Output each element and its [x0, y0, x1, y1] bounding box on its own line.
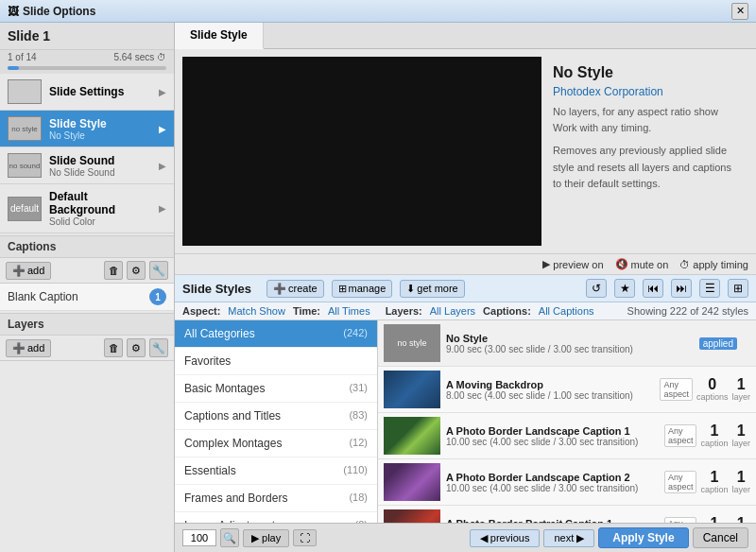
layers-filter-value[interactable]: All Layers [430, 305, 475, 317]
moving-backdrop-timing: 8.00 sec (4.00 sec slide / 1.00 sec tran… [446, 390, 654, 401]
add-layer-button[interactable]: ➕ add [6, 339, 51, 357]
category-essentials[interactable]: Essentials (110) [175, 457, 377, 485]
main-container: Slide 1 1 of 14 5.64 secs ⏱ Slide Settin… [0, 23, 756, 552]
border-landscape-2-name: A Photo Border Landscape Caption 2 [446, 472, 659, 483]
slide-timing: 5.64 secs ⏱ [113, 52, 166, 62]
category-image-adjustments[interactable]: Image Adjustments (2) [175, 512, 377, 523]
slide-sound-icon: no sound [8, 153, 42, 178]
progress-track [8, 66, 166, 70]
app-icon: 🖼 [8, 5, 19, 18]
style-item-moving-backdrop[interactable]: A Moving Backdrop 8.00 sec (4.00 sec sli… [378, 367, 756, 413]
previous-button[interactable]: ◀ previous [470, 529, 541, 547]
create-button[interactable]: ➕ create [266, 280, 324, 298]
title-bar: 🖼 Slide Options ✕ [0, 0, 756, 23]
blank-caption-label: Blank Caption [8, 290, 78, 303]
progress-bar-area [0, 64, 174, 74]
any-aspect-badge-3: Anyaspect [664, 471, 697, 493]
refresh-icon[interactable]: ↺ [586, 279, 607, 298]
slide-sound-text: Slide Sound No Slide Sound [49, 154, 151, 178]
captions-section-header: Captions [0, 235, 174, 258]
default-bg-text: Default Background Solid Color [49, 190, 151, 227]
layer-tools-button[interactable]: 🔧 [149, 338, 168, 357]
no-style-timing: 9.00 sec (3.00 sec slide / 3.00 sec tran… [446, 344, 694, 354]
close-button[interactable]: ✕ [731, 3, 748, 20]
slide-header: Slide 1 [0, 23, 174, 50]
caption-settings-button[interactable]: ⚙ [127, 261, 146, 280]
border-landscape-2-timing: 10.00 sec (4.00 sec slide / 3.00 sec tra… [446, 483, 659, 493]
caption-count-badge: 1 [149, 288, 166, 305]
captions-filter-value[interactable]: All Captions [539, 305, 594, 317]
styles-panel: Slide Styles ➕ create ⊞ manage ⬇ get mor… [175, 275, 756, 523]
layer-settings-button[interactable]: ⚙ [127, 338, 146, 357]
no-style-info: No Style 9.00 sec (3.00 sec slide / 3.00… [446, 333, 694, 354]
layers-section-header: Layers [0, 313, 174, 336]
preview-on-button[interactable]: ▶ preview on [542, 258, 603, 270]
category-all[interactable]: All Categories (242) [175, 320, 377, 348]
category-frames-borders[interactable]: Frames and Borders (18) [175, 485, 377, 512]
style-item-border-landscape-1[interactable]: A Photo Border Landscape Caption 1 10.00… [378, 413, 756, 459]
zoom-search-icon[interactable]: 🔍 [220, 528, 239, 547]
caption-delete-button[interactable]: 🗑 [104, 261, 123, 280]
apply-timing-button[interactable]: ⏱ apply timing [679, 259, 748, 270]
applied-badge: applied [699, 337, 737, 350]
right-panel: Slide Style No Style Photodex Corporatio… [175, 23, 756, 552]
play-button[interactable]: ▶ play [243, 529, 289, 547]
preview-area: No Style Photodex Corporation No layers,… [175, 49, 756, 254]
default-bg-icon: default [8, 197, 42, 221]
slide-count: 1 of 14 [8, 52, 37, 62]
preview-company: Photodex Corporation [553, 85, 737, 98]
grid-view-icon[interactable]: ⊞ [728, 279, 748, 298]
style-item-border-landscape-2[interactable]: A Photo Border Landscape Caption 2 10.00… [378, 459, 756, 506]
moving-backdrop-thumb [384, 371, 440, 408]
bottom-left: 🔍 ▶ play ⛶ [182, 528, 317, 547]
aspect-value[interactable]: Match Show [228, 305, 285, 317]
favorites-icon[interactable]: ★ [614, 279, 635, 298]
styles-header: Slide Styles ➕ create ⊞ manage ⬇ get mor… [175, 275, 756, 302]
border-landscape-1-name: A Photo Border Landscape Caption 1 [446, 425, 659, 437]
last-icon[interactable]: ⏭ [671, 279, 692, 298]
no-style-name: No Style [446, 333, 694, 344]
time-value[interactable]: All Times [328, 305, 370, 317]
caption-tools-button[interactable]: 🔧 [149, 261, 168, 280]
slide-sound-arrow: ▶ [159, 161, 166, 171]
slide-style-arrow: ▶ [159, 124, 166, 134]
cancel-button[interactable]: Cancel [693, 527, 748, 548]
next-button[interactable]: next ▶ [543, 529, 594, 547]
slide-settings-arrow: ▶ [159, 87, 166, 97]
layer-delete-button[interactable]: 🗑 [104, 338, 123, 357]
category-favorites[interactable]: Favorites [175, 348, 377, 375]
any-aspect-badge: Anyaspect [660, 378, 693, 401]
blank-caption-item[interactable]: Blank Caption 1 [0, 284, 174, 311]
tab-bar: Slide Style [175, 23, 756, 49]
category-basic-montages[interactable]: Basic Montages (31) [175, 375, 377, 403]
slide-sound-item[interactable]: no sound Slide Sound No Slide Sound ▶ [0, 147, 174, 184]
slide-style-icon: no style [8, 116, 42, 141]
no-style-thumb: no style [384, 324, 440, 362]
add-caption-button[interactable]: ➕ add [6, 262, 51, 280]
style-item-no-style[interactable]: no style No Style 9.00 sec (3.00 sec sli… [378, 320, 756, 367]
slide-settings-item[interactable]: Slide Settings ▶ [0, 74, 174, 111]
first-icon[interactable]: ⏮ [643, 279, 663, 298]
preview-info: No Style Photodex Corporation No layers,… [541, 57, 748, 246]
slide-style-tab[interactable]: Slide Style [175, 23, 264, 49]
apply-style-button[interactable]: Apply Style [598, 527, 688, 548]
style-item-border-portrait-1[interactable]: A Photo Border Portrait Caption 1 10.00 … [378, 506, 756, 523]
get-more-button[interactable]: ⬇ get more [400, 280, 464, 298]
default-bg-arrow: ▶ [159, 203, 166, 214]
default-bg-item[interactable]: default Default Background Solid Color ▶ [0, 184, 174, 233]
progress-fill [8, 66, 19, 70]
border-landscape-1-timing: 10.00 sec (4.00 sec slide / 3.00 sec tra… [446, 437, 659, 447]
slide-style-item[interactable]: no style Slide Style No Style ▶ [0, 111, 174, 147]
slide-title: Slide 1 [8, 28, 50, 43]
manage-button[interactable]: ⊞ manage [332, 280, 393, 298]
screen-button[interactable]: ⛶ [293, 529, 317, 546]
bottom-bar: 🔍 ▶ play ⛶ ◀ previous next ▶ Apply Style… [175, 523, 756, 552]
category-captions-titles[interactable]: Captions and Titles (83) [175, 403, 377, 430]
mute-on-button[interactable]: 🔇 mute on [615, 258, 669, 270]
left-panel: Slide 1 1 of 14 5.64 secs ⏱ Slide Settin… [0, 23, 175, 552]
zoom-input[interactable] [182, 529, 216, 546]
category-complex-montages[interactable]: Complex Montages (12) [175, 430, 377, 457]
moving-backdrop-info: A Moving Backdrop 8.00 sec (4.00 sec sli… [446, 379, 654, 401]
layers-filter-label: Layers: [386, 305, 422, 317]
list-view-icon[interactable]: ☰ [699, 279, 720, 298]
